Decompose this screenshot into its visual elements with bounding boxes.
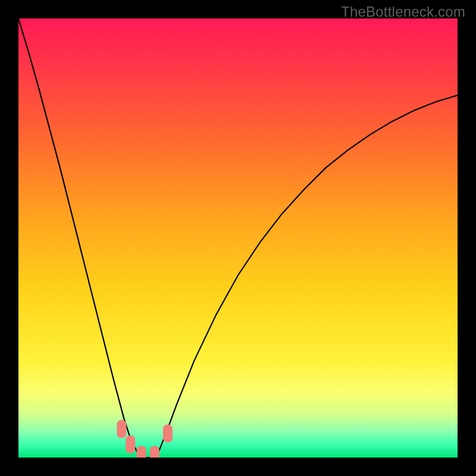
flat-region-1 xyxy=(117,420,126,438)
watermark-text: TheBottleneck.com xyxy=(341,4,465,20)
flat-region-2 xyxy=(126,436,135,453)
flat-region-5 xyxy=(163,424,173,442)
plot-area xyxy=(18,18,458,458)
bottleneck-chart xyxy=(18,18,458,458)
gradient-background xyxy=(18,18,458,458)
flat-region-3 xyxy=(137,446,146,458)
chart-frame: TheBottleneck.com xyxy=(0,0,476,476)
flat-region-4 xyxy=(150,446,159,458)
